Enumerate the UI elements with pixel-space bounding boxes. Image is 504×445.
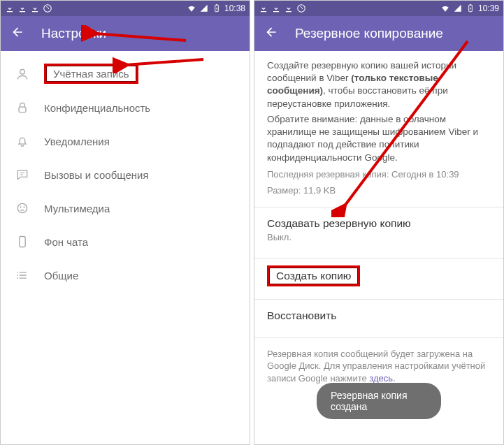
svg-point-9 [17,272,19,273]
settings-item-label: Общие [44,270,78,282]
svg-point-5 [17,203,27,212]
wifi-icon [440,3,450,13]
settings-item-general[interactable]: Общие [1,258,250,292]
chat-icon [15,168,30,182]
battery-icon [212,3,222,13]
settings-item-account[interactable]: Учётная запись [1,57,250,91]
svg-rect-2 [216,4,217,5]
app-bar: Резервное копирование [254,16,503,51]
battery-icon [466,3,475,13]
face-icon [15,201,30,215]
svg-point-7 [24,207,24,207]
svg-point-14 [298,5,305,13]
svg-point-6 [20,207,21,207]
svg-point-0 [44,5,52,13]
status-bar: 10:39 [254,1,503,16]
status-time: 10:39 [478,3,499,13]
status-time: 10:38 [224,3,245,13]
viber-icon [296,3,306,13]
pref-auto-backup[interactable]: Создавать резервную копию Выкл. [254,207,503,252]
phone-backup: 10:39 Резервное копирование Создайте рез… [254,0,504,445]
pref-create-backup[interactable]: Создать копию [254,258,503,293]
viber-icon [43,3,52,13]
settings-item-label: Вызовы и сообщения [44,169,149,181]
app-bar: Настройки [1,16,250,51]
pref-title: Создать копию [267,265,360,286]
download-icon [17,3,27,13]
google-settings-link[interactable]: здесь [369,373,393,384]
back-icon[interactable] [264,25,278,43]
bell-icon [15,134,30,148]
download-icon [30,3,40,13]
settings-item-label: Фон чата [44,236,88,248]
signal-icon [199,3,209,13]
settings-item-label: Конфиденциальность [44,102,150,114]
svg-rect-8 [20,237,25,247]
settings-item-media[interactable]: Мультимедиа [1,191,250,225]
download-icon [284,3,294,13]
appbar-title: Резервное копирование [295,26,443,41]
svg-rect-4 [19,107,26,112]
download-icon [5,3,15,13]
person-icon [15,67,30,81]
back-icon[interactable] [10,25,24,43]
backup-size-text: Размер: 11,9 KB [267,184,491,197]
settings-list: Учётная запись Конфиденциальность Уведом… [1,51,250,298]
svg-rect-16 [470,4,471,5]
wifi-icon [187,3,196,13]
svg-point-11 [17,277,19,279]
svg-point-3 [20,69,25,74]
status-bar: 10:38 [1,1,250,16]
settings-item-label: Уведомления [44,136,110,147]
backup-description: Создайте резервную копию вашей истории с… [254,51,503,201]
phone-settings: 10:38 Настройки Учётная запись Конфиденц… [0,0,250,445]
lock-icon [15,101,30,115]
download-icon [259,3,268,13]
settings-item-label: Учётная запись [44,64,138,84]
pref-restore[interactable]: Восстановить [254,300,503,332]
settings-item-calls[interactable]: Вызовы и сообщения [1,158,250,191]
download-icon [271,3,281,13]
phone-frame-icon [15,235,30,249]
appbar-title: Настройки [41,26,106,41]
pref-title: Восстановить [267,309,491,322]
settings-item-label: Мультимедиа [44,203,110,214]
last-backup-text: Последняя резервная копия: Сегодня в 10:… [267,168,491,181]
toast-backup-created: Резервная копия создана [317,383,441,419]
pref-title: Создавать резервную копию [267,217,491,230]
pref-value: Выкл. [267,232,491,242]
settings-item-privacy[interactable]: Конфиденциальность [1,91,250,124]
signal-icon [453,3,463,13]
svg-point-10 [17,275,19,276]
settings-item-notifications[interactable]: Уведомления [1,124,250,158]
settings-item-background[interactable]: Фон чата [1,225,250,258]
list-icon [15,268,30,282]
